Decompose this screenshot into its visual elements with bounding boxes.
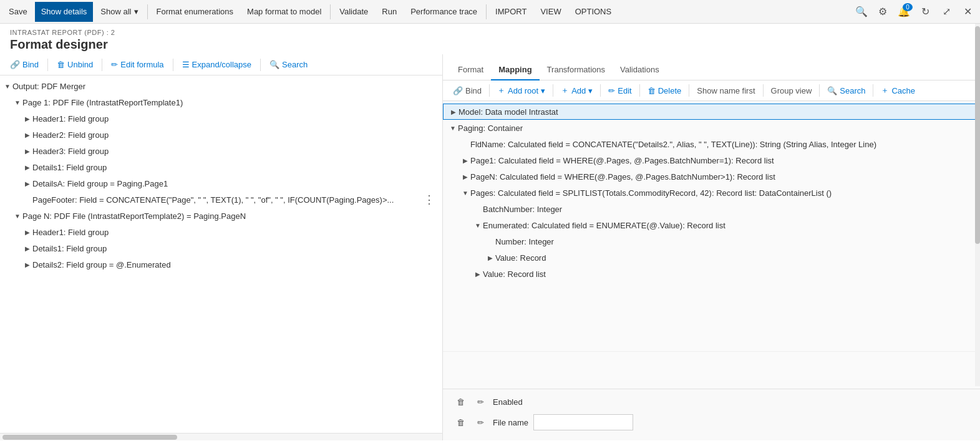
tree-item[interactable]: ▼ Output: PDF Merger — [0, 78, 442, 94]
tree-item-label: Header1: Field group — [32, 114, 109, 124]
edit-button[interactable]: ✏ Edit — [603, 84, 636, 97]
tree-item[interactable]: ▶ Details1: Field group — [0, 240, 442, 256]
tab-transformations[interactable]: Transformations — [540, 60, 613, 80]
pencil-icon: ✏ — [111, 60, 118, 69]
settings-icon-button[interactable]: ⚙ — [873, 2, 893, 22]
context-menu-icon[interactable]: ⋮ — [421, 193, 437, 206]
left-h-scrollbar[interactable] — [0, 433, 442, 440]
tab-format[interactable]: Format — [450, 60, 491, 80]
model-tree-item[interactable]: Number: Integer — [443, 233, 980, 250]
tab-validations[interactable]: Validations — [613, 60, 667, 80]
tree-item[interactable]: ▶ Header1: Field group — [0, 110, 442, 127]
left-search-button[interactable]: 🔍 Search — [264, 58, 313, 71]
expand-icon[interactable]: ▶ — [22, 178, 32, 188]
tree-item-label: Page N: PDF File (IntrastatReportTemplat… — [22, 211, 246, 221]
map-format-to-model-button[interactable]: Map format to model — [241, 2, 327, 22]
expand-icon[interactable]: ▶ — [22, 227, 32, 237]
expand-icon[interactable]: ▶ — [449, 107, 458, 117]
tree-item[interactable]: ▶ Details2: Field group = @.Enumerated — [0, 256, 442, 273]
tree-item[interactable]: ▼ Page 1: PDF File (IntrastatReportTempl… — [0, 94, 442, 110]
model-tree-item[interactable]: ▼ Enumerated: Calculated field = ENUMERA… — [443, 217, 980, 233]
expand-icon[interactable]: ▶ — [460, 172, 470, 182]
enabled-field-row: 🗑 ✏ Enabled — [453, 394, 970, 409]
model-tree-item[interactable]: BatchNumber: Integer — [443, 201, 980, 217]
add-root-button[interactable]: ＋ Add root ▾ — [492, 83, 550, 98]
add-button[interactable]: ＋ Add ▾ — [556, 83, 598, 98]
tree-item-label: PageFooter: Field = CONCATENATE("Page", … — [32, 195, 394, 205]
tree-item[interactable]: PageFooter: Field = CONCATENATE("Page", … — [0, 191, 442, 208]
expand-icon[interactable]: ▶ — [460, 155, 470, 165]
options-button[interactable]: OPTIONS — [569, 2, 618, 22]
expand-icon-button[interactable]: ⤢ — [936, 2, 956, 22]
performance-trace-button[interactable]: Performance trace — [404, 2, 483, 22]
enabled-edit-button[interactable]: ✏ — [473, 394, 488, 409]
model-item-label: Value: Record list — [483, 269, 546, 279]
tree-item[interactable]: ▶ DetailsA: Field group = Paging.Page1 — [0, 175, 442, 191]
validate-button[interactable]: Validate — [333, 2, 374, 22]
collapse-icon[interactable]: ▼ — [473, 220, 483, 230]
import-button[interactable]: IMPORT — [489, 2, 533, 22]
right-bind-button[interactable]: 🔗 Bind — [448, 84, 487, 97]
filename-edit-button[interactable]: ✏ — [473, 415, 488, 430]
format-enumerations-button[interactable]: Format enumerations — [150, 2, 240, 22]
expand-icon[interactable]: ▶ — [22, 130, 32, 140]
model-tree-item[interactable]: ▶ Model: Data model Intrastat — [443, 104, 980, 120]
tree-item[interactable]: ▶ Header1: Field group — [0, 224, 442, 240]
collapse-icon[interactable]: ▼ — [12, 97, 22, 107]
expand-icon[interactable]: ▶ — [22, 114, 32, 124]
spacer — [22, 195, 32, 205]
cache-label: Cache — [891, 86, 915, 95]
expand-icon[interactable]: ▶ — [22, 162, 32, 172]
filename-trash-button[interactable]: 🗑 — [453, 415, 468, 430]
tree-item[interactable]: ▼ Page N: PDF File (IntrastatReportTempl… — [0, 208, 442, 224]
collapse-icon[interactable]: ▼ — [12, 211, 22, 221]
expand-icon[interactable]: ▶ — [22, 243, 32, 253]
cache-button[interactable]: ＋ Cache — [876, 83, 920, 98]
expand-icon[interactable]: ▶ — [485, 253, 495, 263]
search-icon-button[interactable]: 🔍 — [851, 2, 871, 22]
expand-icon[interactable]: ▶ — [22, 259, 32, 269]
model-tree-item[interactable]: ▼ Pages: Calculated field = SPLITLIST(To… — [443, 185, 980, 201]
right-search-button[interactable]: 🔍 Search — [822, 84, 870, 97]
collapse-icon[interactable]: ▼ — [460, 188, 470, 198]
model-tree-item[interactable]: ▶ Page1: Calculated field = WHERE(@.Page… — [443, 152, 980, 168]
enabled-trash-button[interactable]: 🗑 — [453, 394, 468, 409]
tab-mapping[interactable]: Mapping — [491, 60, 539, 80]
expand-icon[interactable]: ▶ — [473, 269, 483, 279]
model-item-label: PageN: Calculated field = WHERE(@.Pages,… — [470, 172, 775, 182]
right-scrollbar-thumb[interactable] — [975, 54, 980, 244]
model-tree-item[interactable]: ▶ Value: Record list — [443, 266, 980, 282]
close-icon-button[interactable]: ✕ — [958, 2, 978, 22]
model-tree-item[interactable]: ▶ PageN: Calculated field = WHERE(@.Page… — [443, 168, 980, 185]
right-scrollbar-track[interactable] — [975, 54, 980, 386]
expand-collapse-button[interactable]: ☰ Expand/collapse — [177, 58, 256, 71]
edit-formula-button[interactable]: ✏ Edit formula — [106, 58, 168, 71]
show-name-first-button[interactable]: Show name first — [692, 84, 760, 97]
tree-item[interactable]: ▶ Details1: Field group — [0, 159, 442, 175]
model-tree-item[interactable]: FldName: Calculated field = CONCATENATE(… — [443, 136, 980, 152]
show-all-button[interactable]: Show all ▾ — [94, 2, 144, 22]
expand-collapse-label: Expand/collapse — [192, 60, 251, 69]
delete-button[interactable]: 🗑 Delete — [643, 84, 687, 97]
model-tree-item[interactable]: ▼ Paging: Container — [443, 120, 980, 136]
view-button[interactable]: VIEW — [534, 2, 567, 22]
tree-item[interactable]: ▶ Header3: Field group — [0, 143, 442, 159]
bind-button[interactable]: 🔗 Bind — [5, 58, 44, 71]
page-title: Format designer — [10, 37, 970, 52]
group-view-button[interactable]: Group view — [766, 84, 817, 97]
right-sep-6 — [763, 84, 764, 97]
collapse-icon[interactable]: ▼ — [2, 81, 12, 91]
tree-item[interactable]: ▶ Header2: Field group — [0, 127, 442, 143]
tree-item-label: Header2: Field group — [32, 130, 109, 140]
run-button[interactable]: Run — [376, 2, 403, 22]
model-tree-item[interactable]: ▶ Value: Record — [443, 250, 980, 266]
show-details-button[interactable]: Show details — [35, 2, 94, 22]
unbind-button[interactable]: 🗑 Unbind — [52, 58, 98, 71]
save-button[interactable]: Save — [2, 2, 34, 22]
notification-container: 🔔 0 — [894, 2, 914, 22]
refresh-icon-button[interactable]: ↻ — [915, 2, 935, 22]
expand-icon[interactable]: ▶ — [22, 146, 32, 156]
collapse-icon[interactable]: ▼ — [448, 123, 458, 133]
tree-item-label: Header3: Field group — [32, 147, 109, 156]
filename-input[interactable] — [533, 414, 633, 430]
